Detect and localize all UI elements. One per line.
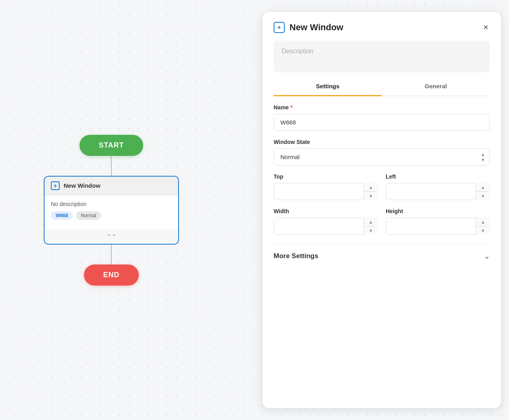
window-node[interactable]: + New Window No description W668 Normal … [44,176,179,245]
window-node-footer: ⌃⌃ [45,229,178,244]
width-label-text: Width [274,208,289,214]
height-down-arrow[interactable]: ▼ [476,226,490,235]
panel-title: New Window [289,22,343,33]
top-label-text: Top [274,173,284,180]
left-field-group: Left ▲ ▼ [386,173,490,206]
top-up-arrow[interactable]: ▲ [364,183,378,192]
connector-bottom [111,245,112,264]
name-input[interactable] [274,114,490,131]
name-label-text: Name [274,104,289,111]
collapse-icon: ⌃⌃ [106,233,117,241]
more-settings-label: More Settings [274,252,318,260]
top-down-arrow[interactable]: ▼ [364,192,378,200]
tab-general[interactable]: General [382,79,490,96]
width-height-row: Width ▲ ▼ Height ▲ [274,208,490,241]
window-node-header: + New Window [45,177,178,195]
height-input-wrapper: ▲ ▼ [386,218,490,241]
height-field-group: Height ▲ ▼ [386,208,490,241]
height-label-text: Height [386,208,403,214]
description-placeholder: Description [282,48,313,54]
width-down-arrow[interactable]: ▼ [364,226,378,235]
height-label: Height [386,208,490,214]
start-node[interactable]: START [80,135,143,156]
left-label: Left [386,173,490,180]
height-arrows: ▲ ▼ [476,218,490,235]
more-settings-row[interactable]: More Settings ⌄ [274,244,490,261]
chevron-down-icon: ⌄ [484,252,490,261]
window-node-title: New Window [64,182,100,189]
tag-name: W668 [51,211,73,220]
description-area[interactable]: Description [274,41,490,72]
width-arrows: ▲ ▼ [363,218,378,235]
top-label: Top [274,173,378,180]
panel-body: Name * Window State Normal Maximized Min… [262,96,501,408]
top-input[interactable] [274,183,378,200]
width-input-wrapper: ▲ ▼ [274,218,378,241]
width-input[interactable] [274,218,378,235]
window-state-select[interactable]: Normal Maximized Minimized Hidden [274,148,490,165]
window-node-tags: W668 Normal [51,211,172,220]
left-label-text: Left [386,173,396,180]
left-up-arrow[interactable]: ▲ [476,183,490,192]
left-down-arrow[interactable]: ▼ [476,192,490,200]
left-input[interactable] [386,183,490,200]
connector-top [111,156,112,176]
close-button[interactable]: × [482,21,490,33]
top-field-group: Top ▲ ▼ [274,173,378,206]
window-node-icon: + [51,181,60,190]
window-node-body: No description W668 Normal [45,195,178,229]
panel-icon: + [274,22,285,33]
top-input-wrapper: ▲ ▼ [274,183,378,206]
window-state-label: Window State [274,139,490,145]
top-arrows: ▲ ▼ [363,183,378,200]
left-input-wrapper: ▲ ▼ [386,183,490,206]
top-left-row: Top ▲ ▼ Left ▲ ▼ [274,173,490,206]
width-field-group: Width ▲ ▼ [274,208,378,241]
tabs-row: Settings General [274,79,490,96]
height-up-arrow[interactable]: ▲ [476,218,490,226]
panel-title-row: + New Window [274,22,343,33]
window-node-description: No description [51,201,172,207]
left-arrows: ▲ ▼ [476,183,490,200]
panel-header: + New Window × [262,12,501,33]
end-node[interactable]: END [84,264,138,286]
window-state-wrapper: Normal Maximized Minimized Hidden ▲ ▼ [274,148,490,165]
tag-state: Normal [76,211,101,220]
width-label: Width [274,208,378,214]
required-star: * [290,104,292,111]
tab-settings[interactable]: Settings [274,79,382,96]
width-up-arrow[interactable]: ▲ [364,218,378,226]
window-state-label-text: Window State [274,139,310,145]
flow-diagram: START + New Window No description W668 N… [0,0,223,420]
height-input[interactable] [386,218,490,235]
panel: + New Window × Description Settings Gene… [262,12,501,408]
name-label: Name * [274,104,490,111]
